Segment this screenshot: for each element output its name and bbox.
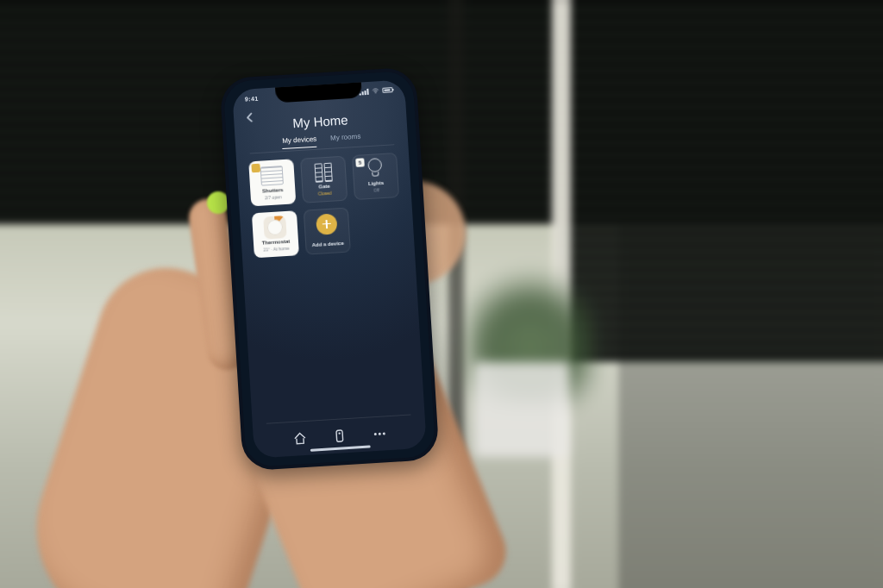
device-grid: Shutters 2/7 open Gate Closed 5 Lights O… [248,153,403,258]
phone: 9:41 My Home My devices My rooms [219,66,439,471]
thermostat-icon [252,215,297,239]
gate-icon [301,161,345,184]
device-status: Off [373,187,379,192]
back-button[interactable] [244,111,257,124]
device-status: Closed [318,191,332,197]
device-label: Lights [368,180,384,187]
device-status: 2/7 open [265,194,282,200]
nav-more-button[interactable] [372,426,386,441]
device-tile-lights[interactable]: 5 Lights Off [352,153,399,200]
nav-home-button[interactable] [292,431,307,446]
svg-point-2 [338,432,341,435]
plus-icon [304,213,348,235]
home-indicator [310,445,371,451]
svg-rect-1 [336,430,343,441]
device-tile-gate[interactable]: Gate Closed [300,156,348,203]
tab-my-devices[interactable]: My devices [282,135,317,149]
bottom-divider [266,415,411,424]
device-tile-shutters[interactable]: Shutters 2/7 open [248,159,296,206]
shutter-icon [249,163,295,187]
svg-point-0 [375,92,376,93]
add-device-tile[interactable]: Add a device [304,208,351,255]
wifi-icon [372,87,379,94]
bottom-bar [253,414,427,459]
nav-remote-button[interactable] [332,428,347,443]
more-icon [373,432,385,435]
device-tile-thermostat[interactable]: Thermostat 21° · At home [252,210,299,258]
device-status: 21° · At home [263,246,289,253]
photo-scene: 9:41 My Home My devices My rooms [0,0,883,588]
device-label: Gate [318,184,330,190]
status-time: 9:41 [245,95,259,102]
app-screen: 9:41 My Home My devices My rooms [232,79,427,458]
add-device-label: Add a device [312,241,344,248]
battery-icon [382,87,392,93]
phone-bezel: 9:41 My Home My devices My rooms [223,71,436,468]
tab-my-rooms[interactable]: My rooms [330,133,361,147]
bulb-icon [353,158,397,180]
